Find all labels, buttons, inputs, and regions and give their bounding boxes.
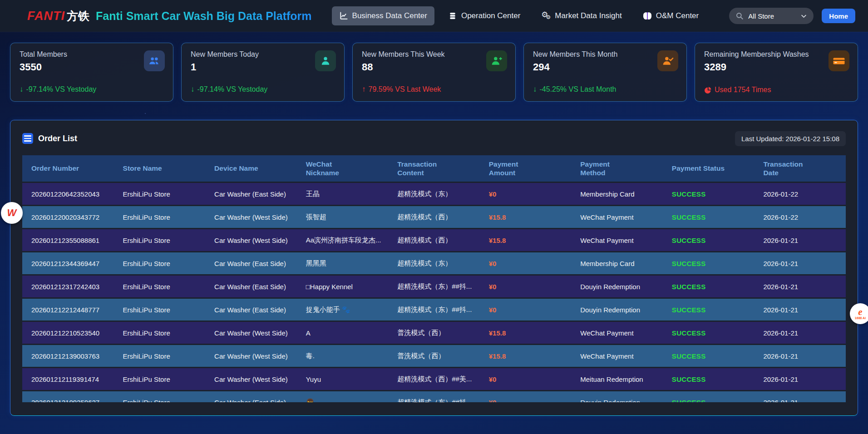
nav-item[interactable]: ⚙⚙ Market Data Insight <box>534 6 629 25</box>
cell-wechat-nickname: 👦 <box>297 391 389 402</box>
column-header: Order Number <box>22 155 114 182</box>
cell-store-name: ErshiLiPu Store <box>114 276 206 297</box>
trend-down-icon: ↓ <box>533 85 537 94</box>
cell-store-name: ErshiLiPu Store <box>114 345 206 367</box>
cell-payment-amount: ¥15.8 <box>480 229 572 251</box>
stat-card-title: New Members This Week <box>362 50 506 59</box>
gears-icon: ⚙⚙ <box>541 11 551 20</box>
nav-item-label: Business Data Center <box>352 11 427 20</box>
table-row: 202601220642352043 ErshiLiPu Store Car W… <box>22 183 846 205</box>
cell-order-number: 202601212210523540 <box>22 322 114 344</box>
nav-item-label: O&M Center <box>656 11 699 20</box>
cell-order-number: 202601212317242403 <box>22 276 114 297</box>
cell-device-name: Car Washer (East Side) <box>205 183 297 205</box>
stat-card: New Members This Month 294 ↓ -45.25% VS … <box>523 43 687 102</box>
trend-down-icon: ↓ <box>191 85 195 94</box>
cell-payment-method: WeChat Payment <box>571 229 663 251</box>
cell-wechat-nickname: 毒. <box>297 345 389 367</box>
nav-item[interactable]: Business Data Center <box>332 6 434 25</box>
cell-transaction-date: 2026-01-21 <box>754 252 846 274</box>
cell-order-number: 202601212139003763 <box>22 345 114 367</box>
nav-item[interactable]: O&M Center <box>636 6 706 25</box>
stat-card-value: 1 <box>191 61 335 73</box>
column-header: Payment Amount <box>480 155 572 182</box>
stat-card: New Members This Week 88 ↑ 79.59% VS Las… <box>352 43 516 102</box>
cell-payment-amount: ¥15.8 <box>480 206 572 228</box>
cell-transaction-content: 超精洗模式（东）##抖... <box>388 276 480 297</box>
cell-payment-status: SUCCESS <box>663 368 755 390</box>
stat-card-value: 3289 <box>704 61 848 73</box>
cell-device-name: Car Washer (East Side) <box>205 391 297 402</box>
order-list-title: Order List <box>38 134 77 143</box>
page-title: Fanti Smart Car Wash Big Data Platform <box>96 10 312 23</box>
table-row: 202601212355088861 ErshiLiPu Store Car W… <box>22 229 846 251</box>
cell-wechat-nickname: 張智超 <box>297 206 389 228</box>
cell-transaction-content: 超精洗模式（东）##抖... <box>388 299 480 321</box>
nav-item-label: Operation Center <box>461 11 520 20</box>
cell-device-name: Car Washer (East Side) <box>205 252 297 274</box>
trend-down-icon: ↓ <box>20 85 24 94</box>
cell-device-name: Car Washer (West Side) <box>205 368 297 390</box>
1688-ai-floating-badge[interactable]: e 1688 Ai <box>850 303 868 324</box>
cell-payment-status: SUCCESS <box>663 391 755 402</box>
cell-payment-status: SUCCESS <box>663 229 755 251</box>
stat-card-trend: ↓ -97.14% VS Yestoday <box>191 85 267 94</box>
pie-chart-icon <box>704 86 712 94</box>
chevron-down-icon <box>800 13 807 20</box>
cell-transaction-date: 2026-01-21 <box>754 322 846 344</box>
cell-payment-amount: ¥0 <box>480 368 572 390</box>
cell-payment-amount: ¥15.8 <box>480 345 572 367</box>
chart-line-icon <box>339 11 348 20</box>
stat-card: Total Members 3550 ↓ -97.14% VS Yestoday <box>10 43 173 102</box>
database-icon <box>448 11 457 20</box>
1688-ai-label: 1688 Ai <box>855 316 866 320</box>
cell-payment-status: SUCCESS <box>663 299 755 321</box>
table-header-row: Order NumberStore NameDevice NameWeChat … <box>22 155 846 182</box>
cell-store-name: ErshiLiPu Store <box>114 391 206 402</box>
column-header: Transaction Date <box>754 155 846 182</box>
cell-payment-method: WeChat Payment <box>571 322 663 344</box>
brand-logo-cjk: 方铁 <box>67 9 89 24</box>
cell-transaction-date: 2026-01-22 <box>754 206 846 228</box>
top-nav-bar: FANTI 方铁 Fanti Smart Car Wash Big Data P… <box>0 0 868 32</box>
cell-wechat-nickname: 黑黑黑 <box>297 252 389 274</box>
stat-card-trend: ↑ 79.59% VS Last Week <box>362 85 441 94</box>
cell-transaction-content: 超精洗模式（东）##抖 <box>388 391 480 402</box>
trend-up-icon: ↑ <box>362 85 366 94</box>
table-row: 202601212109259627 ErshiLiPu Store Car W… <box>22 391 846 402</box>
cell-device-name: Car Washer (East Side) <box>205 299 297 321</box>
cell-wechat-nickname: Yuyu <box>297 368 389 390</box>
search-icon <box>735 12 744 20</box>
cell-payment-method: Douyin Redemption <box>571 299 663 321</box>
cell-payment-status: SUCCESS <box>663 206 755 228</box>
trend-text: 79.59% VS Last Week <box>369 85 441 94</box>
column-header: Transaction Content <box>388 155 480 182</box>
wps-logo-icon: W <box>7 207 17 219</box>
column-header: Store Name <box>114 155 206 182</box>
cell-device-name: Car Washer (East Side) <box>205 276 297 297</box>
cell-order-number: 202601212344369447 <box>22 252 114 274</box>
home-button[interactable]: Home <box>822 9 855 23</box>
store-select[interactable]: All Store <box>729 8 814 24</box>
wps-floating-badge[interactable]: W <box>1 202 23 224</box>
cell-payment-status: SUCCESS <box>663 345 755 367</box>
cell-transaction-content: 普洗模式（西） <box>388 322 480 344</box>
brain-icon <box>643 11 652 20</box>
cell-payment-status: SUCCESS <box>663 252 755 274</box>
nav-item[interactable]: Operation Center <box>441 6 528 25</box>
cell-payment-amount: ¥0 <box>480 391 572 402</box>
cell-transaction-content: 超精洗模式（东） <box>388 252 480 274</box>
cell-transaction-content: 超精洗模式（西） <box>388 229 480 251</box>
users-icon <box>144 50 165 71</box>
column-header: WeChat Nickname <box>297 155 389 182</box>
1688-logo-icon: e <box>858 308 862 316</box>
cell-order-number: 202601212355088861 <box>22 229 114 251</box>
user-icon <box>315 50 336 71</box>
cell-device-name: Car Washer (West Side) <box>205 229 297 251</box>
stat-card-value: 88 <box>362 61 506 73</box>
cell-payment-amount: ¥0 <box>480 252 572 274</box>
cell-transaction-date: 2026-01-21 <box>754 229 846 251</box>
cell-store-name: ErshiLiPu Store <box>114 229 206 251</box>
cell-payment-method: Douyin Redemption <box>571 391 663 402</box>
cell-device-name: Car Washer (West Side) <box>205 322 297 344</box>
